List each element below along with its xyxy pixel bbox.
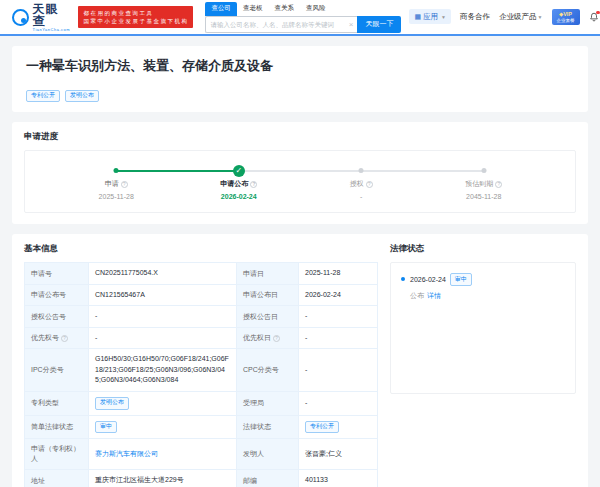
info-value-cell: - — [299, 392, 378, 416]
info-value-cell: 重庆市江北区福生大道229号 — [89, 470, 237, 487]
info-label-text: 优先权日 — [243, 333, 271, 343]
step-label: 申请? — [55, 179, 178, 189]
info-label-text: CPC分类号 — [243, 365, 279, 375]
help-icon[interactable]: ? — [121, 181, 128, 188]
help-icon[interactable]: ? — [61, 335, 68, 342]
step-date: - — [300, 193, 423, 200]
info-value-text: - — [305, 311, 307, 322]
info-value-cell: CN202511775054.X — [89, 263, 237, 285]
step-label: 预估到期? — [423, 179, 546, 189]
top-nav: ▦ 应用 ▼ 商务合作 企业级产品 ▼ ◆VIP 企业套餐 此处有... ▼ — [409, 9, 600, 25]
basic-info-section: 基本信息 申请号CN202511775054.X申请日2025-11-28申请公… — [24, 243, 378, 487]
info-label-cell: 受理局 — [237, 392, 299, 416]
title-tags: 专利公开发明公布 — [26, 83, 574, 102]
help-icon[interactable]: ? — [273, 335, 280, 342]
legal-status-section: 法律状态 2026-02-24审中公布详情 — [390, 243, 576, 394]
site-header: 天眼查 TianYanCha.com 都在用的商业查询工具 国家中小企业发展子基… — [0, 0, 600, 36]
info-label-cell: 地址 — [25, 470, 89, 487]
info-label-cell: 优先权日? — [237, 328, 299, 350]
info-value-text: 2026-02-24 — [305, 290, 341, 301]
search-tabs: 查公司查老板查关系查风险 — [205, 2, 401, 16]
step-date: 2025-11-28 — [55, 193, 178, 200]
info-value-cell: - — [299, 349, 378, 392]
promo-banner-line1: 都在用的商业查询工具 — [83, 9, 188, 17]
status-tag: 审中 — [450, 273, 472, 286]
info-label-text: 简单法律状态 — [31, 422, 73, 432]
nav-business-cooperation[interactable]: 商务合作 — [460, 12, 490, 22]
info-value-text: CN202511775054.X — [95, 268, 158, 279]
info-label-text: 授权公告日 — [243, 312, 278, 322]
search-tab-查关系[interactable]: 查关系 — [268, 2, 300, 16]
progress-box: 申请?2025-11-28✓申请公布?2026-02-24授权?-预估到期?20… — [24, 150, 576, 213]
apps-menu-label: 应用 — [423, 12, 438, 22]
search-input[interactable] — [206, 21, 344, 28]
basic-info-table: 申请号CN202511775054.X申请日2025-11-28申请公布号CN1… — [24, 262, 378, 487]
info-value-cell: - — [299, 328, 378, 350]
progress-step-申请公布: ✓申请公布?2026-02-24 — [178, 162, 301, 200]
search-tab-查老板[interactable]: 查老板 — [237, 2, 269, 16]
info-value-text: CN121565467A — [95, 290, 145, 301]
search-tab-查公司[interactable]: 查公司 — [205, 2, 237, 16]
step-date: 2026-02-24 — [178, 193, 301, 200]
basic-info-card: 基本信息 申请号CN202511775054.X申请日2025-11-28申请公… — [12, 234, 588, 487]
info-label-cell: 授权公告号 — [25, 306, 89, 328]
search-tab-查风险[interactable]: 查风险 — [300, 2, 332, 16]
info-label-text: 受理局 — [243, 398, 264, 408]
chevron-down-icon: ▼ — [538, 14, 543, 20]
info-label-cell: 专利类型 — [25, 392, 89, 416]
info-label-cell: 申请号 — [25, 263, 89, 285]
notification-bell-icon[interactable] — [589, 12, 599, 22]
patent-tag: 发明公布 — [65, 90, 99, 103]
info-value-cell: - — [299, 306, 378, 328]
progress-step-授权: 授权?- — [300, 162, 423, 200]
search-row: × 天眼一下 — [205, 16, 401, 33]
info-value-text: 2025-11-28 — [305, 268, 340, 279]
chevron-down-icon: ▼ — [441, 14, 446, 20]
info-label-cell: 优先权号? — [25, 328, 89, 350]
info-value-cell: CN121565467A — [89, 285, 237, 307]
detail-link[interactable]: 详情 — [427, 292, 441, 299]
info-label-text: 授权公告号 — [31, 312, 66, 322]
info-value-text: - — [95, 333, 97, 344]
legal-status-date: 2026-02-24 — [410, 276, 446, 283]
step-label: 授权? — [300, 179, 423, 189]
clear-icon[interactable]: × — [345, 20, 358, 29]
info-value-text: 重庆市江北区福生大道229号 — [95, 475, 184, 486]
tianyancha-logo[interactable]: 天眼查 TianYanCha.com — [12, 3, 70, 32]
nav-enterprise-products[interactable]: 企业级产品 ▼ — [499, 12, 542, 22]
info-value-cell: - — [89, 328, 237, 350]
help-icon[interactable]: ? — [250, 181, 257, 188]
apps-menu-button[interactable]: ▦ 应用 ▼ — [409, 9, 451, 24]
info-label-cell: CPC分类号 — [237, 349, 299, 392]
info-value-cell: 2026-02-24 — [299, 285, 378, 307]
search-button[interactable]: 天眼一下 — [357, 16, 401, 33]
info-label-cell: 法律状态 — [237, 416, 299, 440]
search-input-wrap: × — [205, 16, 357, 33]
info-value-cell: 审中 — [89, 416, 237, 440]
info-value-text: - — [305, 333, 307, 344]
info-value-cell: 发明公布 — [89, 392, 237, 416]
info-label-text: 申请日 — [243, 269, 264, 279]
legal-status-item: 2026-02-24审中公布详情 — [401, 273, 565, 301]
vip-badge[interactable]: ◆VIP 企业套餐 — [552, 9, 580, 25]
step-label-text: 预估到期 — [465, 179, 493, 189]
application-progress-card: 申请进度 申请?2025-11-28✓申请公布?2026-02-24授权?-预估… — [12, 122, 588, 224]
status-tag: 审中 — [95, 421, 117, 434]
entity-link[interactable]: 赛力斯汽车有限公司 — [95, 449, 158, 460]
legal-status-box: 2026-02-24审中公布详情 — [390, 262, 576, 394]
logo-subtext: TianYanCha.com — [33, 28, 71, 32]
help-icon[interactable]: ? — [495, 181, 502, 188]
progress-line — [239, 170, 362, 172]
help-icon[interactable]: ? — [366, 181, 373, 188]
info-label-text: 发明人 — [243, 449, 264, 459]
info-label-cell: 申请日 — [237, 263, 299, 285]
status-tag: 发明公布 — [95, 397, 129, 410]
status-dot — [401, 277, 405, 281]
search-area: 查公司查老板查关系查风险 × 天眼一下 — [205, 2, 401, 33]
apps-grid-icon: ▦ — [414, 13, 421, 21]
info-label-text: 申请号 — [31, 269, 52, 279]
step-dot — [481, 168, 486, 173]
legal-status-line1: 2026-02-24审中 — [410, 273, 472, 286]
info-label-cell: 申请公布日 — [237, 285, 299, 307]
status-tag: 专利公开 — [305, 421, 339, 434]
